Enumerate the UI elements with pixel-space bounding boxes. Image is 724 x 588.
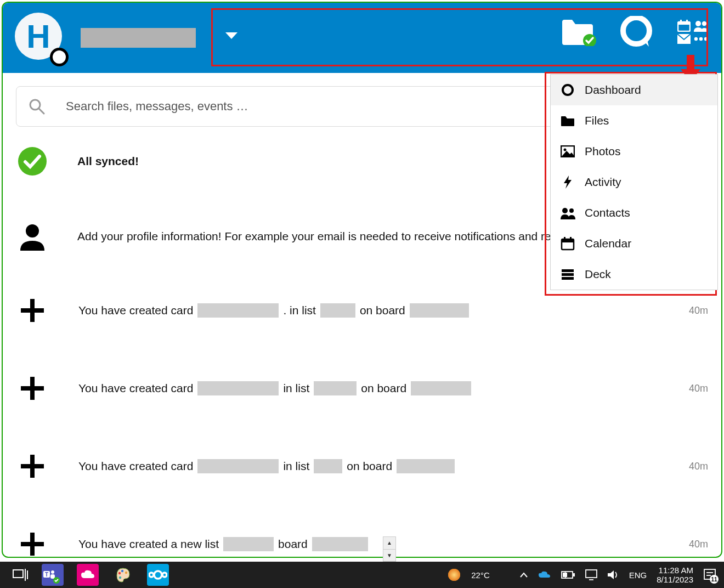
scroll-buttons[interactable]: ▲ ▼ bbox=[383, 536, 396, 562]
svg-rect-5 bbox=[680, 20, 682, 23]
dropdown-item-label: Contacts bbox=[585, 206, 630, 219]
activity-row[interactable]: You have created card. in liston board40… bbox=[16, 298, 708, 323]
activity-time: 40m bbox=[689, 539, 708, 550]
taskbar-app-nextcloud[interactable] bbox=[147, 564, 169, 586]
svg-marker-28 bbox=[564, 176, 572, 189]
checkmark-circle-icon bbox=[16, 146, 49, 176]
activity-text: You have created card. in liston board bbox=[78, 303, 469, 318]
taskbar-app-cloud[interactable] bbox=[77, 564, 99, 586]
mail-mini-icon[interactable] bbox=[677, 34, 691, 44]
activity-row[interactable]: You have created cardin liston board40m bbox=[16, 454, 708, 479]
dropdown-item-files[interactable]: Files bbox=[551, 105, 717, 136]
svg-rect-60 bbox=[586, 570, 597, 578]
dropdown-item-calendar[interactable]: Calendar bbox=[551, 228, 717, 259]
dropdown-item-label: Activity bbox=[585, 176, 621, 189]
svg-point-11 bbox=[699, 37, 703, 41]
onedrive-tray-icon[interactable] bbox=[538, 570, 551, 580]
svg-point-29 bbox=[562, 208, 568, 213]
taskbar-app-paint[interactable] bbox=[112, 564, 134, 586]
calendar-icon bbox=[558, 236, 577, 251]
activity-row[interactable]: You have created cardin liston board40m bbox=[16, 376, 708, 401]
svg-point-51 bbox=[119, 576, 121, 579]
dropdown-item-deck[interactable]: Deck bbox=[551, 259, 717, 290]
app-window: H bbox=[2, 2, 722, 558]
more-apps-icon[interactable] bbox=[694, 36, 708, 42]
svg-rect-20 bbox=[21, 386, 44, 391]
activity-time: 40m bbox=[689, 305, 708, 316]
svg-text:T: T bbox=[45, 572, 48, 578]
svg-marker-62 bbox=[608, 570, 614, 579]
svg-point-30 bbox=[569, 208, 574, 213]
account-avatar[interactable]: H bbox=[15, 13, 65, 63]
battery-tray-icon[interactable] bbox=[561, 570, 575, 579]
redacted bbox=[397, 459, 455, 473]
weather-icon[interactable] bbox=[447, 568, 461, 582]
svg-point-53 bbox=[149, 573, 154, 577]
language-indicator[interactable]: ENG bbox=[629, 570, 647, 580]
svg-point-45 bbox=[51, 570, 54, 574]
svg-rect-32 bbox=[562, 239, 574, 242]
bolt-icon bbox=[558, 175, 577, 189]
redacted bbox=[411, 381, 471, 395]
task-view-icon[interactable] bbox=[12, 568, 29, 582]
taskbar-clock[interactable]: 11:28 AM 8/11/2023 bbox=[657, 566, 693, 585]
svg-rect-18 bbox=[21, 308, 44, 313]
svg-point-50 bbox=[125, 572, 127, 574]
activity-text: You have created cardin liston board bbox=[78, 381, 471, 395]
contacts-icon bbox=[558, 206, 577, 219]
activity-row[interactable]: You have created a new listboard40m bbox=[16, 532, 708, 557]
dropdown-item-label: Photos bbox=[585, 145, 620, 158]
svg-rect-38 bbox=[687, 55, 694, 70]
svg-rect-6 bbox=[686, 20, 688, 23]
sync-status-text: All synced! bbox=[77, 155, 139, 168]
dropdown-item-activity[interactable]: Activity bbox=[551, 167, 717, 197]
header-apps-grid bbox=[677, 20, 708, 44]
svg-rect-36 bbox=[562, 273, 574, 276]
account-dropdown-caret[interactable] bbox=[224, 31, 239, 40]
contacts-mini-icon[interactable] bbox=[694, 20, 708, 32]
scroll-up-icon[interactable]: ▲ bbox=[383, 537, 395, 550]
dropdown-item-label: Dashboard bbox=[585, 83, 641, 97]
dropdown-item-label: Deck bbox=[585, 268, 611, 281]
display-tray-icon[interactable] bbox=[585, 569, 597, 580]
talk-icon[interactable] bbox=[620, 16, 652, 48]
redacted bbox=[223, 537, 274, 551]
notifications-count-badge: 11 bbox=[710, 575, 719, 584]
activity-time: 40m bbox=[689, 383, 708, 394]
calendar-mini-icon[interactable] bbox=[677, 20, 691, 32]
apps-dropdown: DashboardFilesPhotosActivityContactsCale… bbox=[550, 74, 718, 290]
svg-point-49 bbox=[121, 570, 123, 572]
search-icon bbox=[29, 98, 45, 115]
svg-point-8 bbox=[702, 21, 706, 26]
svg-point-27 bbox=[564, 149, 567, 151]
chevron-up-icon[interactable] bbox=[519, 572, 528, 578]
dropdown-item-contacts[interactable]: Contacts bbox=[551, 197, 717, 228]
svg-line-14 bbox=[39, 109, 44, 114]
avatar-status-ring bbox=[50, 48, 69, 66]
svg-rect-37 bbox=[562, 277, 574, 280]
notifications-tray-icon[interactable]: 11 bbox=[703, 568, 716, 581]
taskbar-left: T bbox=[0, 564, 169, 586]
circle-outline-icon bbox=[558, 83, 577, 97]
redacted bbox=[314, 381, 357, 395]
dropdown-item-label: Calendar bbox=[585, 237, 631, 250]
folder-sync-icon[interactable] bbox=[561, 18, 596, 46]
weather-temp[interactable]: 22°C bbox=[471, 570, 490, 580]
person-icon bbox=[16, 222, 49, 251]
dropdown-item-photos[interactable]: Photos bbox=[551, 136, 717, 167]
redacted bbox=[197, 303, 279, 318]
image-icon bbox=[558, 145, 577, 157]
deck-icon bbox=[558, 268, 577, 280]
svg-point-15 bbox=[18, 147, 47, 176]
plus-icon bbox=[16, 376, 49, 401]
dropdown-item-dashboard[interactable]: Dashboard bbox=[551, 75, 717, 105]
svg-rect-40 bbox=[13, 570, 23, 578]
taskbar-app-teams[interactable]: T bbox=[42, 564, 64, 586]
volume-tray-icon[interactable] bbox=[607, 569, 619, 580]
plus-icon bbox=[16, 298, 49, 323]
svg-rect-4 bbox=[678, 22, 690, 25]
activity-text: You have created a new listboard bbox=[78, 537, 368, 551]
scroll-down-icon[interactable]: ▼ bbox=[383, 550, 395, 562]
account-name-redacted bbox=[81, 28, 196, 48]
svg-rect-24 bbox=[21, 542, 44, 546]
